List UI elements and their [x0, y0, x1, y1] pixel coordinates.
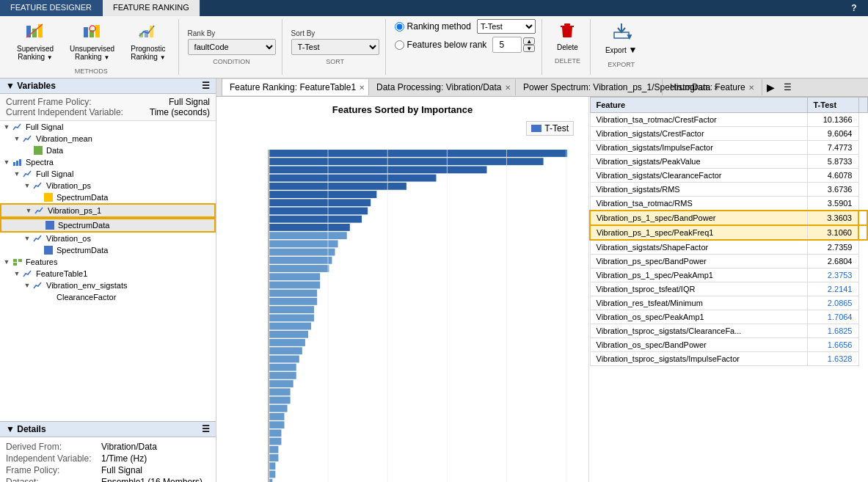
- table-row[interactable]: Vibration_sigstats/RMS3.6736: [590, 183, 867, 197]
- table-row[interactable]: Vibration_ps_1_spec/PeakFreq13.1060: [590, 225, 867, 240]
- tab-histogram-close[interactable]: ✕: [748, 84, 754, 92]
- tab-feature-ranking[interactable]: Feature Ranking: FeatureTable1 ✕: [222, 79, 369, 95]
- tabs-menu-button[interactable]: ☰: [779, 79, 796, 95]
- tree-item[interactable]: ▼FeatureTable1: [0, 268, 216, 280]
- tree-item[interactable]: ▼Vibration_mean: [0, 133, 216, 145]
- delete-button[interactable]: Delete: [551, 19, 584, 54]
- features-below-rank-radio-label[interactable]: Features below rank ▲ ▼: [395, 37, 536, 53]
- table-row[interactable]: Vibration_sigstats/CrestFactor9.6064: [590, 127, 867, 141]
- tree-item[interactable]: Data: [0, 145, 216, 156]
- signal-icon: [34, 206, 45, 215]
- table-row[interactable]: Vibration_ps_spec/BandPower2.6804: [590, 255, 867, 269]
- tree-icon: [12, 158, 23, 167]
- table-row[interactable]: Vibration_tsa_rotmac/CrestFactor10.1366: [590, 113, 867, 127]
- more-tabs-button[interactable]: ▶: [762, 78, 779, 96]
- tree-item[interactable]: ▼Vibration_ps: [0, 180, 216, 191]
- tree-item[interactable]: ▼Full Signal: [0, 168, 216, 180]
- chart-bar: [269, 199, 371, 206]
- tree-item[interactable]: ▼Vibration_env_sigstats: [0, 280, 216, 291]
- tree-item[interactable]: ▼Spectra: [0, 156, 216, 168]
- table-row[interactable]: Vibration_tsproc_sigstats/ClearanceFa...…: [590, 324, 867, 338]
- rank-by-select[interactable]: faultCode: [188, 39, 276, 55]
- tab-feature-ranking[interactable]: FEATURE RANKING: [103, 0, 200, 16]
- details-content: Derived From: Vibration/Data Independent…: [0, 437, 216, 482]
- chart-legend: T-Test: [526, 121, 574, 136]
- prognostic-ranking-button[interactable]: PrognosticRanking ▼: [124, 19, 172, 65]
- chart-bar: [269, 249, 335, 256]
- table-row[interactable]: Vibration_os_spec/BandPower1.6656: [590, 338, 867, 352]
- tree-icon: [22, 134, 34, 143]
- chart-bar: [269, 364, 296, 371]
- chart-bar: [269, 454, 278, 461]
- tab-data-processing[interactable]: Data Processing: Vibration/Data ✕: [369, 79, 516, 95]
- independent-variable-value: Time (seconds): [150, 107, 210, 117]
- tree-icon: [22, 269, 34, 278]
- svg-rect-16: [13, 162, 15, 166]
- tree-arrow: ▼: [3, 123, 10, 131]
- tree-item[interactable]: SpectrumData: [0, 191, 216, 203]
- details-collapse-icon[interactable]: ▼: [6, 424, 15, 434]
- ranking-method-select[interactable]: T-Test: [477, 19, 536, 34]
- supervised-ranking-button[interactable]: SupervisedRanking ▼: [10, 19, 60, 65]
- collapse-icon[interactable]: ▼: [6, 81, 15, 91]
- tree-icon: [32, 181, 44, 190]
- tree-item[interactable]: ▼Vibration_os: [0, 233, 216, 244]
- chart-bar: [269, 150, 567, 157]
- table-row[interactable]: Vibration_sigstats/ShapeFactor2.7359: [590, 240, 867, 255]
- table-row[interactable]: Vibration_tsa_rotmac/RMS3.5901: [590, 197, 867, 211]
- legend-label: T-Test: [544, 123, 569, 134]
- tree-item[interactable]: ▼Vibration_ps_1: [0, 203, 216, 218]
- tab-power-spectrum[interactable]: Power Spectrum: Vibration_ps_1/SpectrumD…: [516, 79, 663, 95]
- table-row[interactable]: Vibration_sigstats/PeakValue5.8733: [590, 155, 867, 169]
- features-below-rank-input[interactable]: [492, 37, 522, 53]
- ranking-method-radio[interactable]: [395, 22, 404, 32]
- features-below-rank-radio[interactable]: [395, 40, 404, 50]
- variables-panel-menu[interactable]: ☰: [202, 81, 210, 91]
- table-row[interactable]: Vibration_ps_1_spec/PeakAmp12.3753: [590, 269, 867, 282]
- signal-icon: [23, 169, 33, 178]
- tab-feature-designer[interactable]: FEATURE DESIGNER: [0, 0, 103, 16]
- tree-item[interactable]: ▼Features: [0, 256, 216, 268]
- chart-bar: [269, 479, 272, 482]
- value-cell: 5.8733: [807, 155, 858, 169]
- feature-cell: Vibration_tsproc_sigstats/ClearanceFa...: [590, 324, 807, 338]
- details-menu[interactable]: ☰: [202, 424, 210, 434]
- value-cell: 9.6064: [807, 127, 858, 141]
- table-row[interactable]: Vibration_os_spec/PeakAmp11.7064: [590, 310, 867, 324]
- green-icon: [34, 146, 43, 155]
- table-row[interactable]: Vibration_res_tsfeat/Minimum2.0865: [590, 296, 867, 310]
- value-cell: 3.1060: [807, 225, 858, 240]
- table-row[interactable]: Vibration_sigstats/ClearanceFactor4.6078: [590, 169, 867, 183]
- feature-cell: Vibration_os_spec/PeakAmp1: [590, 310, 807, 324]
- signal-icon: [33, 181, 43, 190]
- tab-histogram[interactable]: Histogram: Feature ✕: [663, 79, 762, 95]
- tab-feature-ranking-close[interactable]: ✕: [359, 84, 365, 92]
- left-panel: ▼ Variables ☰ Current Frame Policy: Full…: [0, 78, 216, 482]
- export-button[interactable]: ▼ Export ▼: [599, 19, 643, 58]
- tree-item-label: SpectrumData: [56, 246, 108, 255]
- tree-item-label: ClearanceFactor: [56, 293, 116, 302]
- table-row[interactable]: Vibration_sigstats/ImpulseFactor7.4773: [590, 141, 867, 155]
- derived-from-row: Derived From: Vibration/Data: [6, 442, 210, 452]
- tree-item[interactable]: SpectrumData: [0, 218, 216, 233]
- ranking-method-radio-label[interactable]: Ranking method T-Test: [395, 19, 536, 34]
- unsupervised-ranking-button[interactable]: UnsupervisedRanking ▼: [63, 19, 121, 65]
- tab-data-processing-close[interactable]: ✕: [505, 84, 511, 92]
- table-row[interactable]: Vibration_tsproc_tsfeat/IQR2.2141: [590, 282, 867, 296]
- tab-histogram-label: Histogram: Feature: [670, 82, 745, 92]
- tree-item-label: Vibration_ps_1: [48, 206, 101, 215]
- tree-item[interactable]: ClearanceFactor: [0, 291, 216, 303]
- feature-cell: Vibration_tsproc_sigstats/ImpulseFactor: [590, 352, 807, 366]
- help-button[interactable]: ?: [846, 0, 862, 16]
- table-row[interactable]: Vibration_ps_1_spec/BandPower3.3603: [590, 211, 867, 225]
- tree-item[interactable]: ▼Full Signal: [0, 121, 216, 133]
- value-cell: 1.6328: [807, 352, 858, 366]
- tab-feature-ranking-label: Feature Ranking: FeatureTable1: [230, 82, 356, 92]
- export-arrow: ▼: [629, 45, 638, 55]
- tree-item-label: SpectrumData: [58, 221, 109, 230]
- spinner-up[interactable]: ▲: [523, 37, 535, 45]
- spinner-down[interactable]: ▼: [523, 45, 535, 52]
- sort-by-select[interactable]: T-Test: [291, 39, 379, 55]
- table-row[interactable]: Vibration_tsproc_sigstats/ImpulseFactor1…: [590, 352, 867, 366]
- tree-item[interactable]: SpectrumData: [0, 244, 216, 256]
